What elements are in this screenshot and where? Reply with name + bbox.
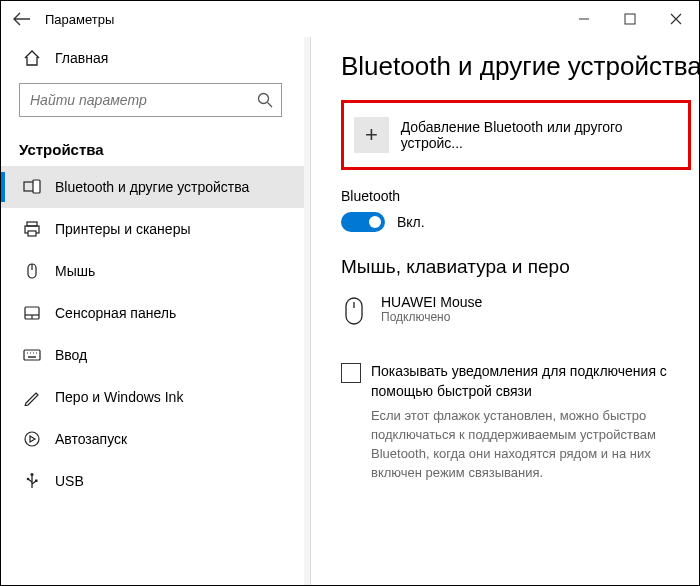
sidebar-item-touchpad[interactable]: Сенсорная панель <box>1 292 310 334</box>
bluetooth-label: Bluetooth <box>341 188 699 204</box>
device-status: Подключено <box>381 310 482 324</box>
page-title: Bluetooth и другие устройства <box>341 51 699 82</box>
sidebar-item-label: Перо и Windows Ink <box>55 389 183 405</box>
sidebar-item-typing[interactable]: Ввод <box>1 334 310 376</box>
home-icon <box>23 49 41 67</box>
section-mouse-keyboard: Мышь, клавиатура и перо <box>341 256 699 278</box>
search-field[interactable] <box>30 92 257 108</box>
autoplay-icon <box>23 430 41 448</box>
sidebar-item-pen[interactable]: Перо и Windows Ink <box>1 376 310 418</box>
back-button[interactable] <box>13 12 31 26</box>
home-label: Главная <box>55 50 108 66</box>
sidebar-item-mouse[interactable]: Мышь <box>1 250 310 292</box>
usb-icon <box>23 472 41 490</box>
sidebar-item-label: Сенсорная панель <box>55 305 176 321</box>
sidebar-item-autoplay[interactable]: Автозапуск <box>1 418 310 460</box>
swift-pair-description: Если этот флажок установлен, можно быстр… <box>371 407 683 482</box>
sidebar-item-label: Принтеры и сканеры <box>55 221 190 237</box>
svg-rect-1 <box>625 14 635 24</box>
svg-rect-6 <box>27 222 37 226</box>
svg-point-23 <box>27 478 30 481</box>
sidebar-item-label: Автозапуск <box>55 431 127 447</box>
mouse-icon <box>23 262 41 280</box>
close-button[interactable] <box>653 3 699 35</box>
titlebar: Параметры <box>1 1 699 37</box>
sidebar-item-bluetooth[interactable]: Bluetooth и другие устройства <box>1 166 310 208</box>
swift-pair-checkbox[interactable] <box>341 363 361 383</box>
printer-icon <box>23 220 41 238</box>
swift-pair-label: Показывать уведомления для подключения с… <box>371 362 683 401</box>
bluetooth-state: Вкл. <box>397 214 425 230</box>
minimize-button[interactable] <box>561 3 607 35</box>
svg-point-20 <box>25 432 39 446</box>
maximize-button[interactable] <box>607 3 653 35</box>
plus-icon: + <box>354 117 389 153</box>
svg-rect-5 <box>33 180 40 193</box>
sidebar-item-label: Bluetooth и другие устройства <box>55 179 249 195</box>
home-link[interactable]: Главная <box>1 37 310 77</box>
sidebar-item-label: USB <box>55 473 84 489</box>
add-device-button[interactable]: + Добавление Bluetooth или другого устро… <box>341 100 691 170</box>
sidebar-item-printers[interactable]: Принтеры и сканеры <box>1 208 310 250</box>
device-item[interactable]: HUAWEI Mouse Подключено <box>341 288 699 332</box>
window-title: Параметры <box>45 12 114 27</box>
sidebar-item-usb[interactable]: USB <box>1 460 310 502</box>
sidebar-item-label: Ввод <box>55 347 87 363</box>
svg-rect-24 <box>35 480 38 483</box>
search-input[interactable] <box>19 83 282 117</box>
pen-icon <box>23 388 41 406</box>
svg-point-22 <box>31 473 34 476</box>
main-content: Bluetooth и другие устройства + Добавлен… <box>311 37 699 586</box>
keyboard-icon <box>23 346 41 364</box>
svg-point-2 <box>259 94 269 104</box>
sidebar: Главная Устройства Bluetooth и другие ус… <box>1 37 311 586</box>
search-icon <box>257 92 273 108</box>
svg-rect-14 <box>24 350 40 360</box>
section-title: Устройства <box>1 127 310 166</box>
devices-icon <box>23 178 41 196</box>
touchpad-icon <box>23 304 41 322</box>
svg-line-3 <box>268 103 273 108</box>
device-name: HUAWEI Mouse <box>381 294 482 310</box>
bluetooth-toggle[interactable] <box>341 212 385 232</box>
mouse-icon <box>341 294 367 326</box>
add-device-label: Добавление Bluetooth или другого устройс… <box>401 119 678 151</box>
svg-rect-8 <box>28 231 36 236</box>
sidebar-item-label: Мышь <box>55 263 95 279</box>
svg-rect-25 <box>346 298 362 324</box>
